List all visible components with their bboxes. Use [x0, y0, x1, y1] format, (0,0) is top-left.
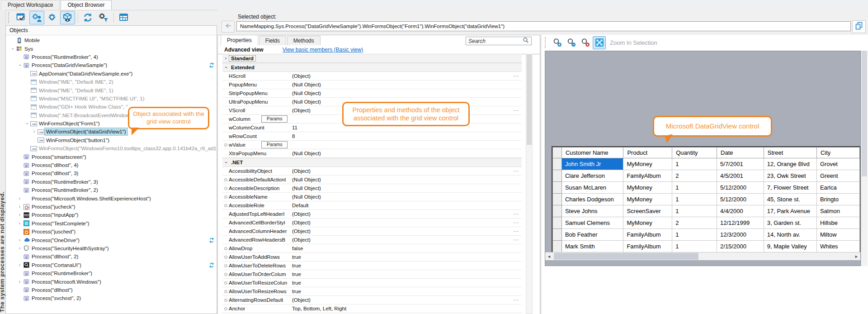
tree-item-process-onedrive[interactable]: ›Process("OneDrive"): [6, 236, 217, 244]
property-row-popupmenu[interactable]: PopupMenu(Null Object): [222, 81, 522, 89]
basic-view-link[interactable]: View basic members (Basic view): [283, 47, 363, 53]
tree-item-process-runtimebroker-3[interactable]: Process("RuntimeBroker", 3): [6, 178, 217, 186]
tab-properties[interactable]: Properties: [221, 35, 258, 45]
expand-icon[interactable]: ›: [17, 246, 23, 251]
grid-cell[interactable]: 1: [672, 158, 717, 170]
grid-cell[interactable]: FamilyAlbum: [623, 170, 672, 182]
tree-item-process-microsoft-windows-shellexperienc[interactable]: ›Process("Microsoft.Windows.ShellExperie…: [6, 194, 217, 202]
grid-cell[interactable]: Mark Smith: [561, 241, 623, 252]
property-section-standard[interactable]: ›Standard: [222, 54, 522, 63]
tree-item-process-cortanaui[interactable]: ›Process("CortanaUI"): [6, 261, 217, 269]
property-row-allowusertoordercolum[interactable]: AllowUserToOrderColumtrue: [222, 270, 522, 279]
property-row-accessibledescription[interactable]: AccessibleDescription(Null Object): [222, 184, 522, 193]
grid-cell[interactable]: 1: [672, 194, 717, 205]
grid-cell[interactable]: 5/12/2000: [717, 182, 764, 194]
scrollbar-track[interactable]: [553, 252, 853, 260]
tree-item-process-microsoft-windows[interactable]: ›Process("Microsoft.Windows"): [6, 277, 217, 285]
collapse-icon[interactable]: ›: [224, 159, 228, 166]
grid-cell[interactable]: 14, North av.: [764, 229, 816, 241]
tree-item-process-dllhost-4[interactable]: Process("dllhost", 4): [6, 161, 217, 169]
grid-row-header[interactable]: [553, 170, 562, 182]
ellipsis-button[interactable]: ...: [514, 210, 519, 215]
grid-cell[interactable]: MyMoney: [623, 194, 672, 205]
grid-cell[interactable]: FamilyAlbum: [623, 241, 672, 252]
ellipsis-button[interactable]: ...: [514, 72, 519, 77]
tree-item-process-datagridviewsample[interactable]: ›Process("DataGridViewSample"): [6, 61, 217, 69]
tree-item-process-inputapp[interactable]: ›Process("InputApp"): [6, 211, 217, 219]
grid-cell[interactable]: 12/3/2000: [717, 229, 764, 241]
grid-cell[interactable]: MyMoney: [623, 182, 672, 194]
grid-cell[interactable]: 7, Flower Street: [764, 182, 816, 194]
ellipsis-button[interactable]: ...: [514, 219, 519, 224]
grid-cell[interactable]: Earlca: [816, 182, 859, 194]
grid-cell[interactable]: 9, Maple Valley: [764, 241, 816, 252]
grid-row-header[interactable]: [553, 241, 562, 252]
property-row-advancedcellborderstyl[interactable]: AdvancedCellBorderStyl(Object)...: [222, 219, 522, 227]
property-row-allowusertoresizerows[interactable]: AllowUserToResizeRowstrue: [222, 287, 522, 296]
grid-cell[interactable]: 4/4/2000: [717, 205, 764, 217]
grid-row-header[interactable]: [553, 205, 562, 217]
zoom-out-button[interactable]: [565, 36, 578, 49]
grid-cell[interactable]: Bringto: [816, 194, 859, 205]
tree-item-process-dllhost-2[interactable]: Process("dllhost", 2): [6, 252, 217, 261]
tree-item-window-ime-default-ime-1[interactable]: Window("IME", "Default IME", 1): [6, 86, 217, 94]
property-row-accessibilityobject[interactable]: AccessibilityObject(Object)...: [222, 167, 522, 176]
tree-item-mobile[interactable]: Mobile: [6, 36, 217, 44]
toolbar-drag-handle[interactable]: [8, 12, 11, 23]
tab-object-browser[interactable]: Object Browser: [61, 0, 111, 10]
collapse-icon[interactable]: ›: [10, 46, 15, 52]
grid-column-header-city[interactable]: City: [816, 147, 859, 158]
grid-cell[interactable]: 23, Owk Street: [764, 170, 816, 182]
tree-item-process-svchost-2[interactable]: Process("svchost", 2): [6, 294, 217, 302]
grid-cell[interactable]: 3, Garden st.: [764, 217, 816, 229]
tree-item-window-ime-default-ime-2[interactable]: Window("IME", "Default IME", 2): [6, 78, 217, 86]
expand-icon[interactable]: ›: [17, 238, 23, 243]
property-row-accessiblename[interactable]: AccessibleName(Null Object): [222, 193, 522, 201]
expand-icon[interactable]: ›: [17, 263, 23, 267]
grid-cell[interactable]: Salmon: [816, 205, 859, 217]
grid-column-header-customer-name[interactable]: Customer Name: [561, 147, 623, 158]
panel-check-button[interactable]: [14, 11, 29, 24]
grid-cell[interactable]: Miltow: [816, 229, 859, 241]
grid-cell[interactable]: 1: [672, 205, 717, 217]
property-row-anchor[interactable]: AnchorTop, Bottom, Left, Right: [222, 304, 522, 313]
grid-cell[interactable]: John Smith Jr: [561, 158, 623, 170]
property-row-alternatingrowsdefault[interactable]: AlternatingRowsDefault(Object)...: [222, 296, 522, 304]
scroll-right-arrow[interactable]: ►: [853, 252, 860, 260]
grid-cell[interactable]: 1: [672, 229, 717, 241]
expand-icon[interactable]: ›: [17, 205, 23, 209]
property-row-allowusertodeleterows[interactable]: AllowUserToDeleteRowstrue: [222, 262, 522, 270]
grid-cell[interactable]: 1: [672, 182, 717, 194]
property-section-net[interactable]: ›.NET: [222, 158, 522, 167]
back-button[interactable]: [222, 21, 235, 33]
grid-cell[interactable]: Charles Dodgeson: [561, 194, 623, 205]
tree-item-process-jucheck[interactable]: ›Process("jucheck"): [6, 203, 217, 211]
property-row-strippopupmenu[interactable]: StripPopupMenu(Null Object): [222, 89, 522, 98]
property-row-wrowcount[interactable]: wRowCount8: [222, 132, 522, 141]
property-row-advancedrowheadersb[interactable]: AdvancedRowHeadersB(Object)...: [222, 236, 522, 244]
grid-cell[interactable]: 45, Stone st.: [764, 194, 816, 205]
grid-cell[interactable]: Grovet: [816, 158, 859, 170]
preview-toolbar-drag-handle[interactable]: [545, 37, 547, 48]
collapse-icon[interactable]: ›: [25, 121, 29, 127]
tree-item-process-dllhost[interactable]: Process("dllhost"): [6, 286, 217, 294]
collapse-icon[interactable]: ›: [18, 62, 22, 68]
tree-item-process-testcomplete[interactable]: ›Process("TestComplete"): [6, 219, 217, 228]
search-input[interactable]: Search: [466, 37, 532, 45]
grid-cell[interactable]: 17, Park Avenue: [764, 205, 816, 217]
tree-item-sys[interactable]: ›Sys: [6, 44, 217, 52]
property-section-extended[interactable]: ›Extended: [222, 63, 522, 72]
grid-cell[interactable]: FamilyAlbum: [623, 229, 672, 241]
property-row-wvalue[interactable]: wValueParams: [222, 141, 522, 149]
grid-column-header-quantity[interactable]: Quantity: [672, 147, 717, 158]
grid-cell[interactable]: 2: [672, 170, 717, 182]
tree-item-winformsobject-windowsforms10-tooltips-c[interactable]: .netWinFormsObject("WindowsForms10.toolt…: [6, 144, 217, 152]
grid-cell[interactable]: Susan McLaren: [561, 182, 623, 194]
show-window-button[interactable]: [116, 11, 131, 24]
zoom-selection-button[interactable]: [593, 36, 606, 49]
grid-corner-header[interactable]: [553, 147, 562, 158]
grid-cell[interactable]: 12, Orange Blvd: [764, 158, 816, 170]
grid-row-header[interactable]: [553, 158, 562, 170]
ellipsis-button[interactable]: ...: [514, 236, 519, 241]
tree-item-appdomain-datagridviewsample-exe[interactable]: .netAppDomain("DataGridViewSample.exe"): [6, 70, 217, 78]
